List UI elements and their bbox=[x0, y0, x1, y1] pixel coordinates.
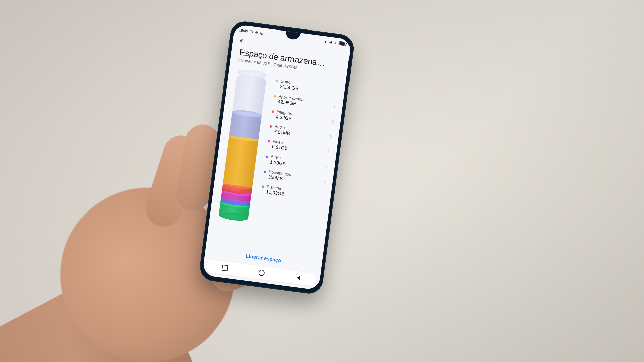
status-bar-right bbox=[324, 39, 346, 46]
status-time: 16:46 bbox=[239, 28, 248, 33]
wifi-icon bbox=[334, 41, 338, 45]
circle-icon bbox=[258, 269, 265, 276]
arrow-left-icon bbox=[238, 37, 246, 44]
status-bar-left: 16:46 bbox=[239, 28, 264, 35]
chevron-right-icon bbox=[322, 179, 328, 185]
chevron-right-icon bbox=[330, 119, 336, 124]
battery-icon bbox=[338, 41, 346, 46]
legend-dot-icon bbox=[275, 80, 278, 83]
chevron-right-icon bbox=[332, 104, 337, 109]
legend-dot-icon bbox=[270, 125, 272, 128]
svg-point-2 bbox=[260, 31, 263, 34]
triangle-left-icon bbox=[296, 275, 300, 280]
nav-home-button[interactable] bbox=[254, 267, 270, 279]
alarm-icon bbox=[254, 30, 258, 34]
bluetooth-icon bbox=[324, 39, 328, 43]
chevron-right-icon bbox=[326, 149, 332, 155]
square-icon bbox=[222, 265, 228, 272]
nav-recents-button[interactable] bbox=[217, 262, 233, 274]
free-space-button[interactable]: Liberar espaço bbox=[243, 252, 283, 264]
cylinder-segment-apps bbox=[223, 136, 258, 188]
dnd-icon bbox=[249, 29, 253, 34]
legend-dot-icon bbox=[264, 170, 266, 173]
nav-back-button[interactable] bbox=[290, 272, 306, 284]
whatsapp-icon bbox=[260, 31, 264, 35]
storage-main: Outros21,50GBApps e dados42,95GBImagens4… bbox=[206, 65, 346, 258]
legend-dot-icon bbox=[268, 140, 270, 143]
legend-dot-icon bbox=[262, 185, 264, 188]
cylinder-segment-outros bbox=[229, 112, 262, 139]
back-button[interactable] bbox=[235, 34, 249, 47]
chevron-right-icon bbox=[324, 164, 330, 170]
legend-dot-icon bbox=[271, 110, 274, 113]
legend-dot-icon bbox=[266, 155, 268, 158]
signal-icon bbox=[329, 40, 333, 44]
chevron-right-icon bbox=[328, 134, 334, 139]
legend-dot-icon bbox=[273, 95, 276, 98]
